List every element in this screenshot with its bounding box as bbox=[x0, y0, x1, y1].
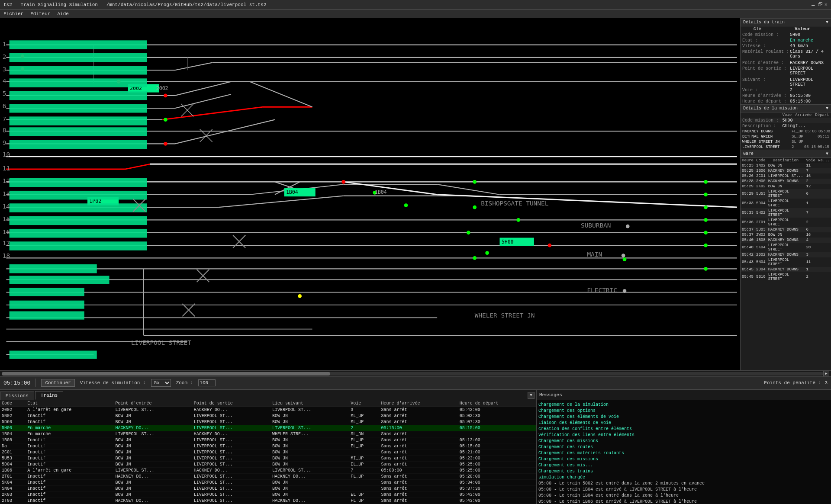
table-row[interactable]: 2C01InactifBOW JNLIVERPOOL ST...BOW JNSa… bbox=[0, 449, 536, 456]
gare-row[interactable]: 05:292K02BOW JN12 bbox=[741, 184, 831, 189]
svg-text:2: 2 bbox=[3, 53, 6, 60]
gare-row[interactable]: 05:262C01LIVERPOOL ST...16 bbox=[741, 173, 831, 179]
svg-point-52 bbox=[341, 180, 345, 184]
svg-point-64 bbox=[704, 205, 708, 209]
svg-text:11: 11 bbox=[3, 165, 10, 172]
gare-row[interactable]: 05:231N02BOW JN11 bbox=[741, 163, 831, 168]
svg-point-59 bbox=[516, 218, 520, 222]
svg-point-51 bbox=[164, 142, 167, 146]
gare-row[interactable]: 05:455B10LIVERPOOL STREET2 bbox=[741, 272, 831, 282]
messages-panel: Messages Chargement de la simulationChar… bbox=[537, 390, 831, 504]
gare-row[interactable]: 05:435N04LIVERPOOL STREET11 bbox=[741, 257, 831, 267]
svg-point-70 bbox=[473, 256, 477, 260]
svg-text:SUBURBAN: SUBURBAN bbox=[581, 222, 611, 229]
tab-missions[interactable]: Missions bbox=[0, 392, 34, 400]
list-item: simulation chargée bbox=[538, 475, 829, 481]
table-row[interactable]: 5N04InactifBOW JNLIVERPOOL ST...BOW JNSa… bbox=[0, 486, 536, 492]
menu-editeur[interactable]: Editeur bbox=[30, 11, 50, 16]
gare-row[interactable]: 05:295U53LIVERPOOL STREET6 bbox=[741, 189, 831, 199]
table-row[interactable]: 1B06A l'arrêt en gareLIVERPOOL ST...HACK… bbox=[0, 468, 536, 474]
gare-row[interactable]: 05:282H00HACKNEY DOWNS2 bbox=[741, 179, 831, 184]
titlebar: ts2 - Train Signalling Simulation - /mnt… bbox=[0, 0, 831, 10]
table-row[interactable]: 5K04InactifBOW JNLIVERPOOL ST...BOW JNSa… bbox=[0, 480, 536, 486]
train-field-row: Voie :2 bbox=[741, 87, 831, 93]
canvas-area[interactable]: 2002 1B04 1P02 5H00 bbox=[0, 18, 740, 370]
titlebar-controls[interactable]: 🗕 🗗 ✕ bbox=[811, 1, 828, 8]
gare-row[interactable]: 05:401B08HACKNEY DOWNS4 bbox=[741, 238, 831, 243]
speed-select[interactable]: 1x 2x 5x 10x bbox=[151, 379, 171, 387]
list-item: Liaison des éléments de voie bbox=[538, 420, 829, 426]
list-item: 05:00 - Le train 5002 est entré dans la … bbox=[538, 481, 829, 487]
tab-trains[interactable]: Trains bbox=[35, 391, 64, 400]
svg-text:10: 10 bbox=[3, 151, 10, 158]
table-row[interactable]: 5D60InactifBOW JNLIVERPOOL ST...BOW JNML… bbox=[0, 419, 536, 425]
gare-row[interactable]: 05:362T01LIVERPOOL STREET2 bbox=[741, 218, 831, 227]
table-row[interactable]: 1B04En marcheLIVERPOOL ST...HACKNEY DO..… bbox=[0, 431, 536, 437]
gare-row[interactable]: 05:422002HACKNEY DOWNS3 bbox=[741, 252, 831, 257]
table-row[interactable]: 5N02InactifBOW JNLIVERPOOL ST...BOW JNML… bbox=[0, 413, 536, 419]
scroll-right-button[interactable]: ▶ bbox=[823, 371, 829, 377]
svg-text:16: 16 bbox=[3, 228, 10, 235]
maximize-btn[interactable]: 🗗 bbox=[818, 1, 823, 8]
svg-rect-88 bbox=[10, 127, 147, 136]
gare-row[interactable]: 05:405K04LIVERPOOL STREET20 bbox=[741, 243, 831, 252]
svg-point-58 bbox=[485, 251, 489, 255]
table-row[interactable]: 2T03InactifHACKNEY DO...LIVERPOOL ST...H… bbox=[0, 498, 536, 504]
train-details-header[interactable]: Détails du train ▼ bbox=[741, 18, 831, 26]
menu-aide[interactable]: Aide bbox=[57, 11, 68, 16]
messages-content[interactable]: Chargement de la simulationChargement de… bbox=[537, 400, 831, 504]
train-field-row: Etat :En marche bbox=[741, 38, 831, 43]
trains-tbody: 2002A l'arrêt en gareLIVERPOOL ST...HACK… bbox=[0, 407, 536, 504]
mission-table: Voie Arrivée Départ Code mission : 5H00 … bbox=[741, 112, 831, 129]
table-row[interactable]: 5D04InactifBOW JNLIVERPOOL ST...BOW JNEL… bbox=[0, 462, 536, 468]
gare-table: Heure Code Destination Voie Re... 05:231… bbox=[741, 158, 831, 282]
menubar: Fichier Editeur Aide bbox=[0, 10, 831, 18]
list-item: Chargement des trains bbox=[538, 469, 829, 475]
trains-scroll-button[interactable]: ▼ bbox=[528, 392, 535, 399]
svg-text:7: 7 bbox=[3, 115, 6, 122]
svg-text:9: 9 bbox=[3, 139, 6, 146]
messages-header: Messages bbox=[537, 390, 831, 400]
gare-expand-icon[interactable]: ▼ bbox=[826, 151, 828, 156]
table-row[interactable]: DaInactifBOW JNLIVERPOOL ST...BOW JNEL_U… bbox=[0, 443, 536, 449]
svg-line-11 bbox=[162, 107, 262, 119]
svg-text:17: 17 bbox=[3, 240, 10, 247]
table-row[interactable]: 2002A l'arrêt en gareLIVERPOOL ST...HACK… bbox=[0, 407, 536, 413]
scrollbar-thumb[interactable] bbox=[2, 372, 330, 376]
gare-scroll[interactable]: Heure Code Destination Voie Re... 05:231… bbox=[741, 158, 831, 370]
trains-table-container[interactable]: Code Etat Point d'entrée Point de sortie… bbox=[0, 400, 536, 504]
menu-fichier[interactable]: Fichier bbox=[3, 11, 23, 16]
horizontal-scrollbar[interactable] bbox=[2, 372, 823, 376]
table-row[interactable]: 2K03InactifBOW JNLIVERPOOL ST...BOW JNEL… bbox=[0, 492, 536, 498]
minimize-btn[interactable]: 🗕 bbox=[811, 1, 816, 8]
svg-point-57 bbox=[404, 203, 408, 207]
svg-point-72 bbox=[298, 294, 302, 298]
gare-header[interactable]: Gare ▼ bbox=[741, 150, 831, 158]
mission-details-header[interactable]: Détails de la mission ▼ bbox=[741, 104, 831, 112]
svg-rect-136 bbox=[10, 288, 84, 296]
gare-row[interactable]: 05:375U03HACKNEY DOWNS6 bbox=[741, 227, 831, 232]
svg-rect-81 bbox=[10, 40, 147, 49]
svg-line-3 bbox=[175, 63, 213, 71]
gare-row[interactable]: 05:335H02LIVERPOOL STREET7 bbox=[741, 208, 831, 218]
train-field-row: Code mission :5H00 bbox=[741, 32, 831, 38]
mission-details-expand-icon[interactable]: ▼ bbox=[826, 106, 828, 111]
gare-row[interactable]: 05:335D04LIVERPOOL STREET1 bbox=[741, 199, 831, 208]
svg-rect-138 bbox=[10, 311, 84, 320]
close-btn[interactable]: ✕ bbox=[825, 1, 828, 8]
train-fields: Code mission :5H00Etat :En marcheVitesse… bbox=[741, 32, 831, 104]
continue-button[interactable]: Continuer bbox=[41, 379, 74, 387]
gare-row[interactable]: 05:251B06HACKNEY DOWNS7 bbox=[741, 168, 831, 173]
gare-tbody: 05:231N02BOW JN1105:251B06HACKNEY DOWNS7… bbox=[741, 163, 831, 282]
zoom-input[interactable] bbox=[198, 379, 216, 386]
gare-row[interactable]: 05:452D04HACKNEY DOWNS1 bbox=[741, 267, 831, 272]
train-details-expand-icon[interactable]: ▼ bbox=[826, 20, 828, 25]
table-row[interactable]: 2T01InactifHACKNEY DO...LIVERPOOL ST...H… bbox=[0, 474, 536, 480]
table-row[interactable]: 1B08InactifBOW JNLIVERPOOL ST...BOW JNFL… bbox=[0, 437, 536, 443]
gare-row[interactable]: 05:372W02BOW JN16 bbox=[741, 232, 831, 238]
scrollbar-area: ▶ bbox=[0, 370, 831, 376]
mission-stop-row: BETHNAL GREENSL_UP05:11 bbox=[741, 134, 831, 139]
table-row[interactable]: 5H00En marcheHACKNEY DO...LIVERPOOL ST..… bbox=[0, 425, 536, 431]
table-row[interactable]: 5U53InactifBOW JNLIVERPOOL ST...BOW JNMI… bbox=[0, 456, 536, 462]
svg-rect-84 bbox=[10, 78, 147, 87]
